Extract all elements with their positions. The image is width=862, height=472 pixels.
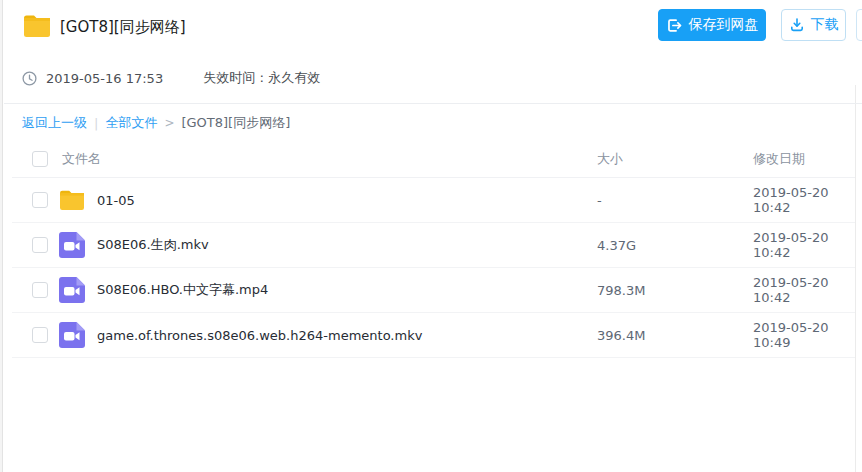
expiry-text: 失效时间：永久有效 <box>203 69 320 87</box>
table-row[interactable]: S08E06.HBO.中文字幕.mp4 798.3M 2019-05-20 10… <box>12 268 855 313</box>
file-name[interactable]: game.of.thrones.s08e06.web.h264-memento.… <box>97 328 422 343</box>
video-file-icon <box>58 276 86 304</box>
breadcrumb: 返回上一级 | 全部文件 > [GOT8][同步网络] <box>22 114 290 132</box>
table-row[interactable]: game.of.thrones.s08e06.web.h264-memento.… <box>12 313 855 358</box>
file-name[interactable]: S08E06.生肉.mkv <box>97 236 209 254</box>
select-all-checkbox[interactable] <box>32 151 48 167</box>
page-title: [GOT8][同步网络] <box>60 18 186 37</box>
column-header-name: 文件名 <box>62 150 101 168</box>
breadcrumb-back-link[interactable]: 返回上一级 <box>22 114 87 132</box>
column-header-size: 大小 <box>597 150 623 168</box>
breadcrumb-arrow: > <box>164 116 174 130</box>
file-modified: 2019-05-20 10:42 <box>753 275 855 305</box>
file-size: 396.4M <box>597 328 645 343</box>
video-file-icon <box>58 321 86 349</box>
video-file-icon <box>58 231 86 259</box>
file-table: 文件名 大小 修改日期 01-05 <box>12 140 855 358</box>
share-info-row: 2019-05-16 17:53 失效时间：永久有效 <box>22 69 320 87</box>
file-modified: 2019-05-20 10:49 <box>753 320 855 350</box>
left-page-edge <box>0 0 3 472</box>
file-size: 4.37G <box>597 238 636 253</box>
column-header-modified: 修改日期 <box>753 150 805 168</box>
row-checkbox[interactable] <box>32 282 48 298</box>
table-row[interactable]: 01-05 - 2019-05-20 10:42 <box>12 178 855 223</box>
file-modified: 2019-05-20 10:42 <box>753 185 855 215</box>
table-header-row: 文件名 大小 修改日期 <box>12 140 855 178</box>
breadcrumb-current: [GOT8][同步网络] <box>181 114 290 132</box>
section-divider <box>4 103 862 104</box>
netdisk-share-page: [GOT8][同步网络] 保存到网盘 下载 <box>0 0 862 472</box>
table-row[interactable]: S08E06.生肉.mkv 4.37G 2019-05-20 10:42 <box>12 223 855 268</box>
row-checkbox[interactable] <box>32 327 48 343</box>
download-button-label: 下载 <box>811 16 839 34</box>
file-name[interactable]: 01-05 <box>97 193 135 208</box>
share-time: 2019-05-16 17:53 <box>46 71 163 86</box>
save-to-disk-icon <box>666 17 683 34</box>
folder-icon <box>22 13 52 39</box>
clock-icon <box>22 71 37 86</box>
row-checkbox[interactable] <box>32 192 48 208</box>
file-size: 798.3M <box>597 283 645 298</box>
breadcrumb-separator: | <box>94 116 98 131</box>
save-to-netdisk-button[interactable]: 保存到网盘 <box>658 9 766 41</box>
download-icon <box>789 17 805 33</box>
download-button[interactable]: 下载 <box>781 9 846 41</box>
save-button-label: 保存到网盘 <box>689 16 759 34</box>
row-checkbox[interactable] <box>32 237 48 253</box>
breadcrumb-all-files-link[interactable]: 全部文件 <box>105 114 157 132</box>
folder-icon <box>58 186 86 214</box>
file-modified: 2019-05-20 10:42 <box>753 230 855 260</box>
file-name[interactable]: S08E06.HBO.中文字幕.mp4 <box>97 281 268 299</box>
file-size: - <box>597 193 602 208</box>
table-body: 01-05 - 2019-05-20 10:42 <box>12 178 855 358</box>
panel-right-border <box>855 85 856 472</box>
cutoff-button[interactable] <box>856 9 862 41</box>
